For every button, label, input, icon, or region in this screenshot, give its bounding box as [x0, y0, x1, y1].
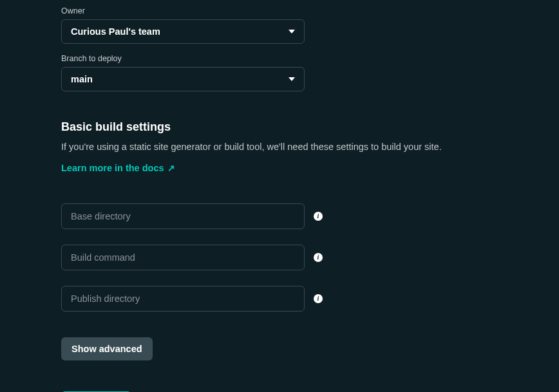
info-icon[interactable]: i [314, 212, 323, 221]
info-icon[interactable]: i [314, 253, 323, 262]
owner-label: Owner [61, 6, 559, 15]
chevron-down-icon [289, 76, 295, 82]
build-settings-description: If you're using a static site generator … [61, 140, 559, 154]
build-command-input[interactable] [61, 245, 305, 270]
branch-select[interactable]: main [61, 67, 305, 91]
base-directory-input[interactable] [61, 203, 305, 229]
owner-select[interactable]: Curious Paul's team [61, 19, 305, 44]
branch-label: Branch to deploy [61, 54, 559, 63]
learn-more-text: Learn more in the docs [61, 163, 164, 173]
publish-directory-input[interactable] [61, 286, 305, 312]
learn-more-link[interactable]: Learn more in the docs ↗ [61, 163, 175, 173]
info-icon[interactable]: i [314, 294, 323, 303]
external-link-icon: ↗ [167, 163, 175, 173]
branch-value: main [71, 74, 93, 84]
show-advanced-button[interactable]: Show advanced [61, 337, 153, 360]
owner-value: Curious Paul's team [71, 26, 160, 37]
chevron-down-icon [289, 28, 295, 35]
build-settings-heading: Basic build settings [61, 120, 559, 134]
